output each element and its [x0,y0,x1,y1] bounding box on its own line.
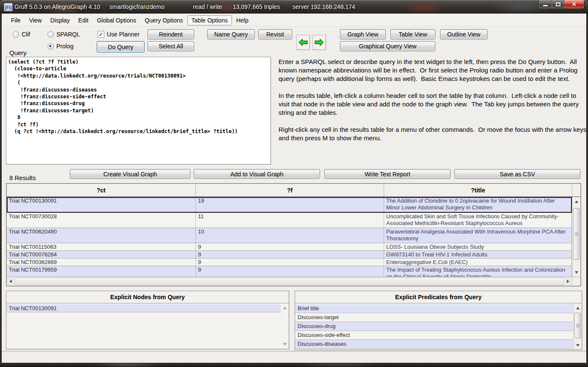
results-table: ?ct ?f ?title Trial NCT0013009119The Add… [6,183,581,286]
list-item[interactable]: Discusses-diseases [295,340,574,349]
checkbox-check-icon: ✓ [98,31,104,38]
column-header-title[interactable]: ?title [384,184,572,196]
radio-prolog-icon [47,43,54,50]
cell-ct[interactable]: Trial NCT00179959 [7,266,196,277]
table-row[interactable]: Trial NCT001150639LOSS- Louisiana Obese … [7,243,572,251]
cell-title[interactable]: The Addition of Clonidine to 0.2opivacai… [384,197,572,212]
scrollbar-thumb[interactable] [574,313,581,338]
do-query-button[interactable]: Do Query [97,41,145,53]
cell-f[interactable]: 9 [196,243,384,250]
cell-title[interactable]: GW873140 to Treat HIV-1 Infected Adults [384,251,572,258]
menu-item-display[interactable]: Display [46,15,74,25]
status-strip [2,351,586,363]
explicit-predicates-panel: Explicit Predicates from Query Brief tit… [295,291,582,350]
predicates-scrollbar[interactable] [573,303,582,350]
app-logo-icon: [FI] [4,3,13,11]
table-row[interactable]: Trial NCT003628699Enteroaggregative E.Co… [7,259,572,266]
right-arrow-icon [567,280,569,283]
write-text-report-button[interactable]: Write Text Report [324,169,451,179]
scroll-left-button[interactable] [7,277,14,286]
query-editor[interactable]: (select (?ct ?f ?title) (close-to-articl… [6,57,271,164]
up-arrow-icon [575,200,578,203]
create-visual-graph-button[interactable]: Create Visual Graph [70,169,190,179]
name-query-button[interactable]: Name Query [207,29,255,39]
minimize-button[interactable] [538,0,552,9]
menu-item-global-options[interactable]: Global Options [93,15,141,25]
results-vertical-scrollbar[interactable] [572,197,580,277]
down-arrow-icon [576,344,580,347]
scroll-down-button[interactable] [573,269,580,276]
column-header-f[interactable]: ?f [196,184,384,196]
cell-f[interactable]: 9 [196,251,384,258]
graph-view-button[interactable]: Graph View [340,29,386,39]
back-button[interactable] [296,35,310,50]
close-button[interactable]: ✕ [564,0,584,9]
cell-title[interactable]: LOSS- Louisiana Obese Subjects Study [384,243,572,250]
cell-ct[interactable]: Trial NCT00115063 [7,243,196,250]
scroll-down-button[interactable] [574,342,581,349]
revisit-button[interactable]: Revisit [258,29,292,39]
list-item[interactable]: Brief title [295,304,574,313]
cell-f[interactable]: 19 [196,197,384,212]
cell-ct[interactable]: Trial NCT00730028 [7,213,196,228]
menu-item-view[interactable]: View [25,15,46,25]
scroll-right-button[interactable] [564,277,572,286]
cell-title[interactable]: Paravertebral Analgesia Associated With … [384,228,572,243]
menu-bar: FileViewDisplayEditGlobal OptionsQuery O… [2,14,586,26]
cell-ct[interactable]: Trial NCT00620490 [7,228,196,243]
table-row[interactable]: Trial NCT0013009119The Addition of Cloni… [7,197,572,213]
cell-title[interactable]: Enteroaggregative E.Coli (EAEC) [384,259,572,266]
table-row[interactable]: Trial NCT0073002811Uncomplicated Skin an… [7,213,572,228]
add-to-visual-graph-button[interactable]: Add to Visual Graph [194,169,320,179]
reindent-button[interactable]: Reindent [148,29,194,39]
nodes-scrollbar[interactable] [281,303,289,349]
access-mode: read / write [193,0,222,14]
forward-button[interactable] [312,35,326,50]
cell-f[interactable]: 10 [196,228,384,243]
radio-clif[interactable]: Clif [13,31,30,38]
column-header-ct[interactable]: ?ct [7,184,196,196]
cell-ct[interactable]: Trial NCT00130091 [7,197,196,212]
results-horizontal-scrollbar[interactable] [7,277,580,286]
list-item[interactable]: Discusses-target [295,313,574,322]
table-row[interactable]: Trial NCT001799599The Impact of Treating… [7,266,572,277]
graphical-query-view-button[interactable]: Graphical Query View [340,41,435,51]
table-row[interactable]: Trial NCT000762849GW873140 to Treat HIV-… [7,251,572,259]
cell-title[interactable]: The Impact of Treating Staphylococcus Au… [384,266,572,277]
select-all-button[interactable]: Select All [148,41,194,51]
scrollbar-thumb[interactable] [573,208,580,260]
radio-sparql-icon [47,31,54,38]
list-item[interactable]: Discusses-drug [295,322,574,331]
scroll-up-button[interactable] [281,304,288,311]
use-planner-label: Use Planner [107,31,139,38]
scroll-up-button[interactable] [574,304,581,311]
cell-f[interactable]: 9 [196,266,384,277]
maximize-button[interactable] [552,0,564,9]
outline-view-button[interactable]: Outline View [440,29,488,39]
cell-title[interactable]: Uncomplicated Skin and Soft Tissue Infec… [384,213,572,228]
cell-ct[interactable]: Trial NCT00362869 [7,259,196,266]
explicit-predicates-list: Brief titleDiscusses-targetDiscusses-dru… [295,304,574,349]
table-row[interactable]: Trial NCT0062049010Paravertebral Analges… [7,228,572,243]
menu-item-edit[interactable]: Edit [74,15,93,25]
left-arrow-icon [9,280,12,283]
radio-sparql[interactable]: SPARQL [47,31,80,38]
list-item[interactable]: Trial NCT00130091 [6,304,281,312]
cell-f[interactable]: 11 [196,213,384,228]
menu-item-help[interactable]: Help [232,15,253,25]
horizontal-thumb[interactable] [15,278,564,285]
menu-item-file[interactable]: File [7,15,25,25]
scroll-up-button[interactable] [573,198,580,205]
menu-item-table-options[interactable]: Table Options [187,15,232,25]
table-view-button[interactable]: Table View [390,29,435,39]
save-as-csv-button[interactable]: Save as CSV [454,169,580,179]
list-item[interactable]: Discusses-side-effect [295,331,574,340]
horizontal-track[interactable] [14,277,564,286]
radio-prolog[interactable]: Prolog [47,43,73,50]
use-planner-checkbox[interactable]: ✓ Use Planner [98,31,139,38]
cell-ct[interactable]: Trial NCT00076284 [7,251,196,258]
scroll-down-button[interactable] [281,341,288,348]
back-arrow-icon [298,38,308,47]
cell-f[interactable]: 9 [196,259,384,266]
menu-item-query-options[interactable]: Query Options [140,15,187,25]
